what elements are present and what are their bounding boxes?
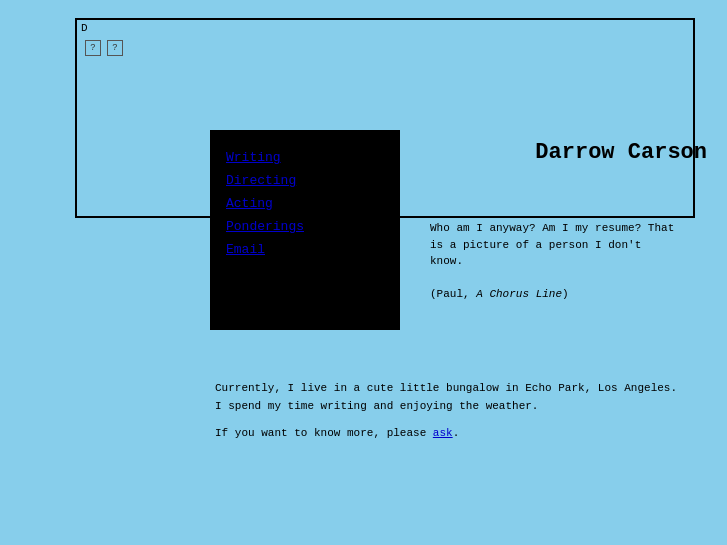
intro-attribution: (Paul, A Chorus Line) bbox=[430, 286, 680, 303]
body-text-block: Currently, I live in a cute little bunga… bbox=[215, 380, 685, 453]
nav-writing[interactable]: Writing bbox=[226, 150, 384, 165]
nav-acting[interactable]: Acting bbox=[226, 196, 384, 211]
site-name-header: Darrow Carson bbox=[75, 130, 727, 165]
browser-title-bar: D bbox=[77, 20, 693, 36]
nav-ponderings[interactable]: Ponderings bbox=[226, 219, 384, 234]
nav-email[interactable]: Email bbox=[226, 242, 384, 257]
browser-icons-bar: ? ? bbox=[77, 36, 693, 60]
ask-link[interactable]: ask bbox=[433, 427, 453, 439]
navigation-panel: Writing Directing Acting Ponderings Emai… bbox=[210, 130, 400, 330]
attribution-post: ) bbox=[562, 288, 569, 300]
intro-quote-text: Who am I anyway? Am I my resume? That is… bbox=[430, 220, 680, 270]
browser-title: D bbox=[81, 22, 88, 34]
attribution-title: A Chorus Line bbox=[476, 288, 562, 300]
nav-directing[interactable]: Directing bbox=[226, 173, 384, 188]
body-paragraph-2-pre: If you want to know more, please bbox=[215, 427, 433, 439]
body-paragraph-2-post: . bbox=[453, 427, 460, 439]
intro-quote-block: Who am I anyway? Am I my resume? That is… bbox=[430, 220, 680, 303]
body-paragraph-1: Currently, I live in a cute little bunga… bbox=[215, 380, 685, 415]
site-title: Darrow Carson bbox=[535, 140, 707, 165]
browser-icon-1[interactable]: ? bbox=[85, 40, 101, 56]
attribution-pre: (Paul, bbox=[430, 288, 476, 300]
browser-icon-2[interactable]: ? bbox=[107, 40, 123, 56]
body-paragraph-2: If you want to know more, please ask. bbox=[215, 425, 685, 443]
